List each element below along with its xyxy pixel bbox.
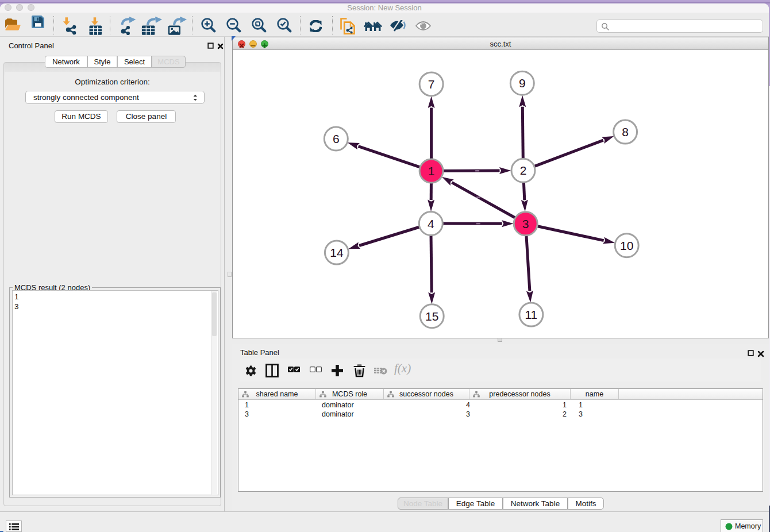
svg-text:14: 14 bbox=[330, 246, 344, 259]
svg-text:11: 11 bbox=[525, 308, 537, 321]
svg-text:7: 7 bbox=[428, 78, 435, 91]
svg-text:8: 8 bbox=[622, 125, 629, 138]
svg-text:10: 10 bbox=[620, 239, 633, 252]
svg-text:1: 1 bbox=[428, 164, 435, 178]
svg-text:15: 15 bbox=[425, 310, 438, 323]
svg-text:3: 3 bbox=[522, 217, 529, 230]
svg-text:6: 6 bbox=[333, 132, 340, 145]
svg-text:2: 2 bbox=[520, 164, 527, 177]
svg-text:9: 9 bbox=[519, 76, 526, 90]
svg-text:4: 4 bbox=[428, 217, 434, 230]
